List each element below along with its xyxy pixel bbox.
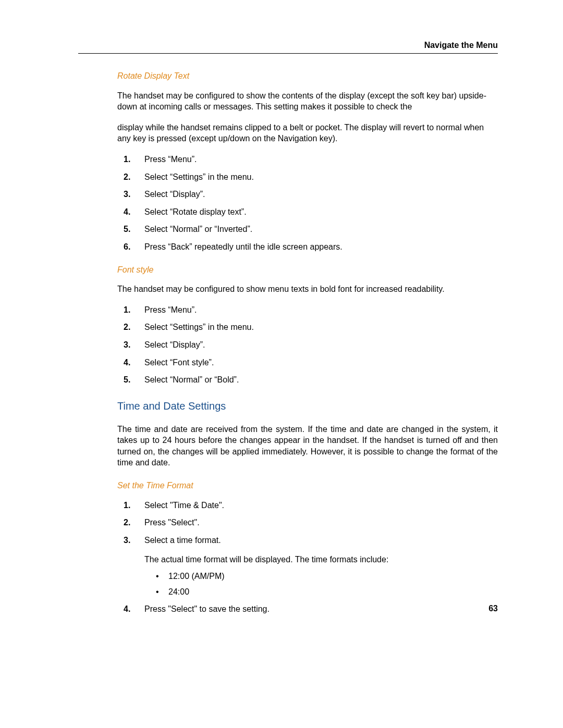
- time-format-bullets: 12:00 (AM/PM) 24:00: [144, 571, 498, 597]
- page-content: Rotate Display Text The handset may be c…: [117, 70, 498, 615]
- rotate-display-para-2: display while the handset remains clippe…: [117, 122, 498, 144]
- bullet-item: 12:00 (AM/PM): [156, 571, 498, 582]
- subheading-font-style: Font style: [117, 264, 498, 276]
- step-item: Select “Rotate display text”.: [133, 206, 498, 218]
- page-number: 63: [488, 604, 498, 613]
- step-item: Select "Time & Date".: [133, 500, 498, 511]
- step-item: Press “Menu”.: [133, 304, 498, 316]
- running-head: Navigate the Menu: [78, 41, 498, 54]
- step-item: Press "Select".: [133, 517, 498, 528]
- rotate-display-steps: Press “Menu”. Select “Settings” in the m…: [117, 154, 498, 253]
- step-item: Press "Select" to save the setting.: [133, 603, 498, 615]
- set-time-format-steps: Select "Time & Date". Press "Select". Se…: [117, 500, 498, 615]
- font-style-steps: Press “Menu”. Select “Settings” in the m…: [117, 304, 498, 386]
- step-note: The actual time format will be displayed…: [144, 554, 498, 565]
- step-item: Press “Back” repeatedly until the idle s…: [133, 241, 498, 253]
- step-item: Press “Menu”.: [133, 154, 498, 165]
- bullet-item: 24:00: [156, 586, 498, 598]
- font-style-para-1: The handset may be configured to show me…: [117, 283, 498, 295]
- time-date-intro: The time and date are received from the …: [117, 424, 498, 468]
- section-title-time-date: Time and Date Settings: [117, 399, 498, 413]
- subheading-rotate-display: Rotate Display Text: [117, 70, 498, 82]
- rotate-display-para-1: The handset may be configured to show th…: [117, 90, 498, 113]
- step-item: Select a time format. The actual time fo…: [133, 535, 498, 597]
- running-title: Navigate the Menu: [424, 41, 498, 50]
- step-item: Select “Settings” in the menu.: [133, 171, 498, 183]
- subheading-set-time-format: Set the Time Format: [117, 480, 498, 491]
- step-item: Select “Display”.: [133, 189, 498, 200]
- step-item: Select “Font style”.: [133, 357, 498, 368]
- step-item: Select “Normal” or “Inverted”.: [133, 224, 498, 235]
- step-item: Select “Display”.: [133, 339, 498, 351]
- step-item: Select “Normal” or “Bold”.: [133, 374, 498, 386]
- document-page: Navigate the Menu Rotate Display Text Th…: [0, 0, 563, 728]
- step-item: Select “Settings” in the menu.: [133, 322, 498, 333]
- step-text: Select a time format.: [144, 536, 221, 545]
